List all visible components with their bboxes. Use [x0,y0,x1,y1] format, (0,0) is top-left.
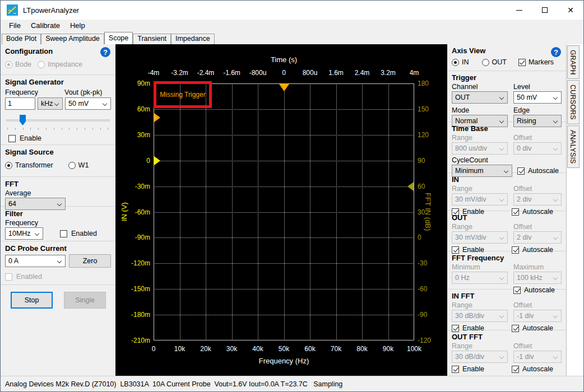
chevron-down-icon [553,146,558,151]
chevron-down-icon [103,101,107,106]
filter-enabled-checkbox[interactable] [60,230,67,237]
in-tick-label: 30m [115,131,150,139]
out-offset-value: 2 div [517,234,531,241]
configuration-help-icon[interactable]: ? [100,47,110,57]
out-title: OUT [452,213,562,222]
menu-bar: File Calibrate Help [1,20,583,32]
frequency-tick-label: 20k [200,345,211,353]
tab-bode-plot[interactable]: Bode Plot [2,34,41,44]
trigger-level-select[interactable]: 50 mV [513,91,562,104]
trigger-channel-select[interactable]: OUT [452,91,508,104]
status-bar: Analog Devices M2k Rev.D (Z7010) LB3031A… [1,376,583,391]
out-fft-range-label: Range [452,342,513,350]
fft-tick-label: 120 [418,131,429,139]
markers-checkbox[interactable] [518,59,526,66]
frequency-slider[interactable] [6,114,110,131]
trigger-level-label: Level [513,83,530,91]
slider-thumb[interactable] [20,115,26,125]
grid-line [154,161,414,161]
frequency-unit-select[interactable]: kHz [38,97,63,110]
out-trigger-level-marker[interactable] [154,113,160,122]
side-tab-cursors[interactable]: CURSORS [567,80,580,124]
filter-frequency-value: 10MHz [8,230,31,237]
stop-button[interactable]: Stop [11,292,53,309]
in-tick-label: 90m [115,80,150,87]
time-tick-label: 3.2m [381,69,396,77]
filter-frequency-select[interactable]: 10MHz [5,227,43,240]
single-button: Single [64,292,106,309]
chevron-down-icon [504,169,508,173]
in-tick-label: -180m [115,311,150,319]
grid-line [154,315,414,315]
in-range-label: Range [452,185,513,193]
time-base-section: Time Base Range Offset 800 us/div 0 div … [447,122,566,173]
app-window: LTpowerAnalyzer ✕ File Calibrate Help Bo… [0,0,584,392]
w1-radio-label: W1 [78,161,89,169]
transformer-radio[interactable] [5,162,12,169]
tab-sweep-amplitude[interactable]: Sweep Amplitude [41,34,104,44]
side-tab-analysis[interactable]: ANALYSIS [567,125,580,168]
vout-select[interactable]: 50 mV [65,97,111,110]
trigger-time-marker[interactable] [279,84,289,91]
in-fft-offset-select: -1 div [513,310,562,322]
signal-source-title: Signal Source [5,148,111,156]
fft-tick-label: 30 [418,208,425,216]
in-fft-offset-label: Offset [513,301,532,309]
time-tick-label: -3.2m [171,69,188,77]
side-tab-graph[interactable]: GRAPH [567,45,580,79]
title-bar: LTpowerAnalyzer ✕ [1,1,583,20]
dc-probe-current-value: 0 A [8,257,18,265]
in-title: IN [452,175,562,184]
out-fft-autoscale-checkbox[interactable] [512,366,519,373]
axis-view-title: Axis View [452,46,562,55]
signal-generator-enable-checkbox[interactable] [8,135,16,142]
tab-impedance[interactable]: Impedance [171,34,215,44]
out-fft-range-value: 30 dB/div [455,353,484,361]
filter-title: Filter [5,209,111,218]
dc-probe-current-select[interactable]: 0 A [5,255,66,267]
maximize-button[interactable] [532,1,558,20]
missing-trigger-text: Missing Trigger [160,91,205,99]
maximize-icon [542,7,548,13]
axis-view-out-label: OUT [492,58,507,66]
fft-title: FFT [5,180,111,188]
markers-checkbox-label: Markers [529,58,554,66]
out-offset-label: Offset [513,223,532,231]
out-fft-offset-value: -1 div [517,353,534,361]
chevron-down-icon [499,146,504,151]
fft-tick-label: 60 [418,183,425,190]
tab-scope[interactable]: Scope [104,32,133,44]
axis-view-in-radio[interactable] [452,59,459,66]
fft-level-marker[interactable] [407,182,414,191]
in-zero-marker[interactable] [154,156,160,165]
frequency-tick-label: 70k [331,345,341,353]
status-text: Analog Devices M2k Rev.D (Z7010) LB3031A… [5,380,342,388]
in-fft-range-select: 30 dB/div [452,310,508,322]
out-fft-range-select: 30 dB/div [452,351,508,363]
axis-view-help-icon[interactable]: ? [551,47,561,57]
run-controls-section: Stop Single [1,285,115,311]
out-fft-autoscale-label: Autoscale [522,365,553,373]
in-offset-label: Offset [513,185,532,193]
close-button[interactable]: ✕ [558,1,583,20]
out-fft-enable-checkbox[interactable] [452,366,459,373]
trigger-channel-value: OUT [455,94,470,101]
time-base-offset-label: Offset [513,134,532,142]
minimize-button[interactable] [506,1,532,20]
zero-button[interactable]: Zero [69,254,111,268]
fft-minimum-select: 0 Hz [452,272,508,284]
menu-calibrate[interactable]: Calibrate [26,20,65,32]
menu-help[interactable]: Help [65,20,90,32]
fft-maximum-select: 100 kHz [513,272,562,284]
fft-tick-label: 90 [418,157,425,165]
frequency-tick-label: 0 [152,345,156,353]
in-range-select: 30 mV/div [452,193,508,206]
time-base-title: Time Base [452,124,562,133]
in-section: IN Range Offset 30 mV/div 2 div Enable [447,173,566,211]
bode-radio [5,61,12,68]
axis-view-out-radio[interactable] [482,59,489,66]
w1-radio[interactable] [68,162,76,169]
frequency-input[interactable] [5,97,35,110]
tab-transient[interactable]: Transient [133,34,171,44]
menu-file[interactable]: File [4,20,26,32]
